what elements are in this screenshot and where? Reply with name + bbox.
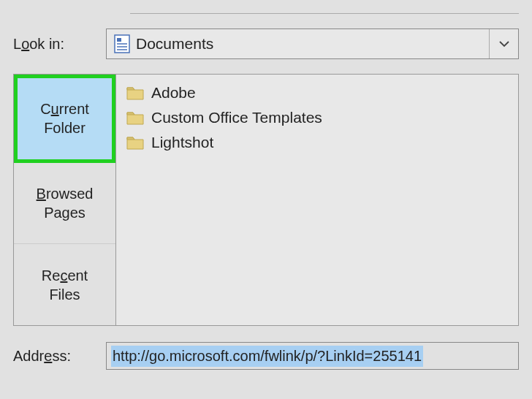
list-item-label: Lightshot: [151, 134, 213, 151]
tab-strip: Current Folder Browsed Pages Recent File…: [14, 75, 116, 325]
file-listing: Adobe Custom Office Templates: [116, 75, 518, 325]
folder-icon: [126, 134, 144, 151]
list-item[interactable]: Custom Office Templates: [125, 105, 509, 130]
lookin-label: Look in:: [13, 36, 97, 53]
address-row: Address: http://go.microsoft.com/fwlink/…: [13, 342, 519, 370]
folder-icon: [126, 85, 144, 101]
list-item[interactable]: Adobe: [125, 80, 509, 105]
tab-browsed-pages[interactable]: Browsed Pages: [14, 163, 115, 245]
address-value: http://go.microsoft.com/fwlink/p/?LinkId…: [111, 346, 423, 367]
document-library-icon: [114, 34, 130, 53]
folder-icon: [126, 110, 144, 126]
chevron-down-icon[interactable]: [489, 29, 518, 58]
svg-rect-1: [117, 38, 121, 42]
browse-area: Current Folder Browsed Pages Recent File…: [13, 74, 519, 326]
list-item-label: Custom Office Templates: [151, 109, 322, 126]
address-input[interactable]: http://go.microsoft.com/fwlink/p/?LinkId…: [106, 342, 519, 370]
lookin-row: Look in: Documents: [13, 28, 519, 59]
tab-recent-files[interactable]: Recent Files: [14, 244, 115, 325]
list-item-label: Adobe: [151, 84, 196, 102]
address-label: Address:: [13, 348, 97, 365]
lookin-value: Documents: [136, 35, 489, 53]
list-item[interactable]: Lightshot: [125, 130, 509, 155]
lookin-combo[interactable]: Documents: [106, 28, 519, 59]
tab-current-folder[interactable]: Current Folder: [14, 75, 115, 163]
